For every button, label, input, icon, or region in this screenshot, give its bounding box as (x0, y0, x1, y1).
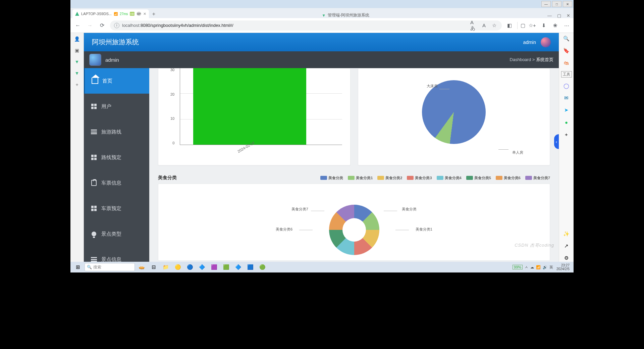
latency-indicator: 📶 (114, 12, 118, 16)
tools-label[interactable]: 工具 (561, 71, 572, 78)
translate-icon[interactable]: Aあ (470, 22, 478, 29)
sidebar-item-users[interactable]: 用户 (84, 94, 149, 119)
system-tray[interactable]: 99% ㅅ ☁ 📶 🔊 英 (513, 265, 553, 270)
vscode-icon[interactable]: 🔷 (197, 263, 207, 271)
weather-widget[interactable]: 🥧 (136, 263, 147, 271)
avatar-icon[interactable]: 👤 (74, 36, 80, 42)
page-content: 阿坝州旅游系统 admin admin Dashboard > 系统首页 首页 … (84, 33, 559, 262)
telegram-icon[interactable]: ➤ (563, 106, 570, 114)
sidebar-item-ticket-info[interactable]: 车票信息 (84, 170, 149, 196)
vue-devtools-icon[interactable]: ▼ (74, 58, 80, 65)
app-icon[interactable]: 🔷 (233, 263, 244, 271)
os-min-button[interactable]: — (541, 1, 551, 7)
sidebar: 首页 用户 旅游路线 路线预定 车票信息 车票预定 景点类型 景点信息 (84, 68, 149, 262)
search-icon[interactable]: 🔍 (563, 35, 570, 42)
ime-indicator[interactable]: 英 (549, 265, 553, 270)
bar-value (193, 68, 307, 145)
bulb-icon (91, 231, 97, 237)
sub-header: admin Dashboard > 系统首页 (84, 51, 559, 68)
legend-item[interactable]: 美食分类 (320, 176, 343, 181)
legend-item[interactable]: 美食分类4 (437, 176, 462, 181)
clipboard-icon (91, 180, 97, 186)
collections-icon[interactable]: ☆+ (529, 22, 536, 29)
os-close-button[interactable]: ✕ (563, 1, 572, 7)
hd-badge: HD (130, 12, 135, 16)
crumb-current: 系统首页 (536, 57, 553, 62)
sidebar-item-ticket-booking[interactable]: 车票预定 (84, 196, 149, 221)
sidebar-item-home[interactable]: 首页 (84, 68, 149, 94)
legend-item[interactable]: 美食分类2 (377, 176, 402, 181)
bp-badge: BP (137, 12, 141, 16)
app-icon[interactable]: 🟢 (257, 263, 268, 271)
legend-item[interactable]: 美食分类1 (348, 176, 373, 181)
battery-badge: 99% (513, 265, 523, 269)
spotify-icon[interactable]: ● (563, 118, 570, 126)
legend-item[interactable]: 美食分类7 (525, 176, 550, 181)
vue-devtools-icon-2[interactable]: ▼ (74, 70, 80, 77)
clock[interactable]: 23:27 2024/2/5 (554, 263, 572, 271)
user-avatar[interactable] (89, 54, 101, 66)
bar-chart: 30 20 10 0 2024-02 (163, 71, 345, 160)
tab-title: LAPTOP-3S9DS... (81, 12, 112, 16)
explorer-icon[interactable]: 📁 (160, 263, 171, 271)
header-avatar[interactable] (541, 37, 551, 47)
os-titlebar: — □ ✕ (70, 0, 574, 8)
chrome-icon[interactable]: 🟡 (172, 263, 183, 271)
add-panel-button[interactable]: + (563, 131, 570, 138)
word-icon[interactable]: 🟦 (245, 263, 256, 271)
ai-icon[interactable]: ✨ (563, 230, 570, 238)
tab-close-icon[interactable]: ✕ (143, 12, 146, 16)
donut-section-header: 美食分类 美食分类美食分类1美食分类2美食分类3美食分类4美食分类5美食分类6美… (158, 175, 550, 181)
tag-icon[interactable]: 🔖 (563, 47, 570, 54)
donut-chart (329, 205, 379, 255)
reading-icon[interactable]: ▢ (517, 22, 525, 29)
reload-button[interactable]: ⟳ (98, 21, 106, 30)
browser-close-button[interactable]: ✕ (567, 13, 570, 18)
start-button[interactable]: ⊞ (72, 263, 83, 271)
extensions-icon[interactable]: ◧ (506, 22, 513, 29)
browser-toolbar: ← → ⟳ i localhost:8080/springbootsiiny4v… (70, 18, 574, 33)
sidebar-item-spot-type[interactable]: 景点类型 (84, 221, 149, 247)
donut-label: 美食分类1 (416, 227, 432, 232)
browser-tab[interactable]: LAPTOP-3S9DS... 📶 27ms HD BP ✕ (72, 9, 149, 18)
site-info-icon[interactable]: i (114, 23, 119, 28)
favorite-icon[interactable]: ☆ (490, 22, 498, 29)
back-button[interactable]: ← (74, 21, 82, 30)
more-icon[interactable]: ⋯ (563, 22, 570, 29)
address-bar[interactable]: i localhost:8080/springbootsiiny4vh/admi… (110, 20, 502, 31)
legend-item[interactable]: 美食分类6 (496, 176, 521, 181)
os-max-button[interactable]: □ (552, 1, 561, 7)
os-search-input[interactable]: 🔍搜索 (85, 263, 135, 271)
header-username[interactable]: admin (523, 40, 536, 45)
browser-max-button[interactable]: ▢ (557, 13, 561, 18)
browser-min-button[interactable]: — (547, 13, 552, 18)
add-rail-button[interactable]: + (74, 81, 80, 88)
loop-icon[interactable]: ◯ (563, 82, 570, 90)
grid-icon (91, 154, 97, 161)
crumb-dashboard[interactable]: Dashboard (510, 57, 531, 62)
search-icon: 🔍 (87, 265, 92, 269)
sidebar-item-routes[interactable]: 旅游路线 (84, 119, 149, 145)
downloads-icon[interactable]: ⬇ (540, 22, 547, 29)
donut-label: 美食分类 (402, 207, 417, 212)
collapse-rail-button[interactable]: ‹ (554, 134, 559, 149)
main-panel: 30 20 10 0 2024-02 (149, 68, 559, 262)
new-tab-button[interactable]: + (150, 10, 158, 18)
legend-item[interactable]: 美食分类5 (466, 176, 491, 181)
settings-icon[interactable]: ⚙ (563, 254, 570, 262)
share-icon[interactable]: ↗ (563, 242, 570, 250)
task-view-icon[interactable]: ⊟ (148, 263, 159, 271)
profile-icon[interactable]: ❀ (551, 22, 559, 29)
app-icon[interactable]: 🟩 (221, 263, 231, 271)
intellij-icon[interactable]: 🟪 (209, 263, 219, 271)
text-size-icon[interactable]: A (480, 22, 488, 29)
shopping-icon[interactable]: 🛍 (563, 59, 570, 66)
outlook-icon[interactable]: ✉ (563, 94, 570, 102)
sidebar-item-spot-info[interactable]: 景点信息 (84, 247, 149, 262)
donut-legend: 美食分类美食分类1美食分类2美食分类3美食分类4美食分类5美食分类6美食分类7 (320, 176, 550, 181)
edge-icon[interactable]: 🔵 (184, 263, 195, 271)
os-taskbar: ⊞ 🔍搜索 🥧 ⊟ 📁 🟡 🔵 🔷 🟪 🟩 🔷 🟦 🟢 99% ㅅ ☁ 📶 🔊 … (70, 262, 574, 272)
legend-item[interactable]: 美食分类3 (407, 176, 432, 181)
sidebar-item-route-booking[interactable]: 路线预定 (84, 145, 149, 170)
workspace-icon[interactable]: ▣ (74, 47, 80, 54)
